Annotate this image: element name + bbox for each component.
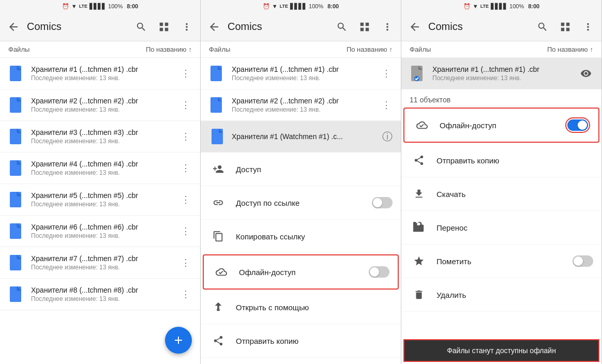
file-doc-icon <box>207 95 225 115</box>
file-list-1: Хранители #1 (...tchmen #1) .cbr Последн… <box>0 58 200 364</box>
sort-by-3[interactable]: По названию <box>547 46 588 53</box>
file-doc-icon <box>6 252 25 273</box>
selected-file-item[interactable]: Хранители #1 (...tchmen #1) .cbr Последн… <box>401 58 601 89</box>
file-doc-icon <box>6 95 25 115</box>
more-button[interactable]: ⋮ <box>177 65 194 82</box>
more-button[interactable]: ⋮ <box>378 97 395 113</box>
list-item[interactable]: Хранители #2 (...tchmen #2) .cbr Последн… <box>201 89 401 121</box>
more-button[interactable]: ⋮ <box>177 191 194 208</box>
sort-by-2[interactable]: По названию <box>347 46 387 53</box>
svg-rect-3 <box>10 160 21 176</box>
file-date: Последнее изменение: 13 янв. <box>31 138 177 145</box>
files-label-1: Файлы <box>8 46 146 53</box>
more-button-1[interactable] <box>177 18 196 36</box>
file-info: Хранители #5 (...tchmen #5) .cbr Последн… <box>31 191 177 208</box>
info-button[interactable]: ⓘ <box>382 130 393 144</box>
file-doc-icon <box>6 221 25 241</box>
list-item[interactable]: Хранители #8 (...tchmen #8) .cbr Последн… <box>0 279 200 310</box>
action-item-delete[interactable]: Удалить <box>401 278 601 312</box>
offline-toggle-on[interactable] <box>567 119 588 131</box>
menu-label-link-access: Доступ по ссылке <box>236 199 372 207</box>
back-button-2[interactable] <box>205 18 223 36</box>
files-label-3: Файлы <box>410 46 547 53</box>
menu-item-open-with[interactable]: Открыть с помощью <box>201 291 401 324</box>
more-button[interactable]: ⋮ <box>177 160 194 176</box>
action-label-offline: Офлайн-доступ <box>440 121 565 130</box>
status-time-1: 8:00 <box>127 3 138 9</box>
search-button-1[interactable] <box>132 18 151 36</box>
star-icon <box>410 252 428 270</box>
more-button-3[interactable] <box>579 18 597 36</box>
offline-check-icon <box>413 116 431 134</box>
share-icon <box>209 331 228 350</box>
menu-item-download-2[interactable]: Скачать <box>201 358 401 364</box>
file-info: Хранители #1 (...tchmen #1) .cbr Последн… <box>232 65 378 82</box>
offline-toggle-on-wrapper <box>565 117 590 133</box>
list-item[interactable]: Хранители #5 (...tchmen #5) .cbr Последн… <box>0 184 200 216</box>
status-battery-2: 100% <box>309 3 323 9</box>
back-button-3[interactable] <box>405 18 424 36</box>
more-button[interactable]: ⋮ <box>378 65 395 82</box>
action-item-download[interactable]: Скачать <box>401 177 601 211</box>
snackbar-wrapper: Файлы станут доступны офлайн <box>403 339 599 362</box>
search-button-2[interactable] <box>333 18 351 36</box>
grid-button-3[interactable] <box>556 18 575 36</box>
action-item-star[interactable]: Пометить <box>401 245 601 278</box>
file-date: Последнее изменение: 13 янв. <box>31 264 177 271</box>
menu-item-link-access[interactable]: Доступ по ссылке <box>201 186 401 220</box>
file-date: Последнее изменение: 13 янв. <box>31 74 177 82</box>
star-toggle[interactable] <box>573 255 593 267</box>
menu-item-offline[interactable]: Офлайн-доступ <box>204 255 398 289</box>
more-button[interactable]: ⋮ <box>177 286 194 302</box>
more-button[interactable]: ⋮ <box>177 223 194 239</box>
status-bar-3: ⏰ ▼ LTE ▋▋▋▋ 100% 8:00 <box>401 0 601 12</box>
selected-file-name: Хранители #1 (...tchmen #1) .cbr <box>432 65 577 73</box>
list-item[interactable]: Хранители #3 (...tchmen #3) .cbr Последн… <box>0 121 200 153</box>
sort-by-1[interactable]: По названию <box>146 46 187 53</box>
list-item[interactable]: Хранители #6 (...tchmen #6) .cbr Последн… <box>0 216 200 247</box>
list-item[interactable]: Хранители #1 (...tchmen #1) .cbr Последн… <box>201 58 401 89</box>
sort-arrow-3: ↑ <box>590 46 594 53</box>
search-button-3[interactable] <box>533 18 552 36</box>
status-wifi: ▼ <box>71 3 77 9</box>
menu-item-copy-link[interactable]: Копировать ссылку <box>201 220 401 253</box>
more-button[interactable]: ⋮ <box>177 254 194 271</box>
file-name: Хранители #4 (...tchmen #4) .cbr <box>31 160 177 168</box>
file-info: Хранители #2 (...tchmen #2) .cbr Последн… <box>31 97 177 113</box>
list-item[interactable]: Хранители #7 (...tchmen #7) .cbr Последн… <box>0 247 200 279</box>
link-access-toggle[interactable] <box>372 197 393 208</box>
action-item-move[interactable]: Перенос <box>401 211 601 245</box>
menu-label-copy-link: Копировать ссылку <box>236 232 393 241</box>
menu-item-access[interactable]: Доступ <box>201 153 401 186</box>
sort-arrow-2: ↑ <box>389 46 393 53</box>
offline-access-highlighted[interactable]: Офлайн-доступ <box>403 108 599 143</box>
eye-button[interactable] <box>577 64 595 83</box>
action-label-delete: Удалить <box>437 291 593 299</box>
more-button[interactable]: ⋮ <box>177 97 194 113</box>
selected-file-date: Последнее изменение: 13 янв. <box>432 74 577 82</box>
status-bar-2: ⏰ ▼ LTE ▋▋▋▋ 100% 8:00 <box>201 0 401 12</box>
more-button[interactable]: ⋮ <box>177 128 194 145</box>
file-list-2: Хранители #1 (...tchmen #1) .cbr Последн… <box>201 58 401 121</box>
menu-label-offline: Офлайн-доступ <box>239 268 369 277</box>
list-item[interactable]: Хранители #2 (...tchmen #2) .cbr Последн… <box>0 89 200 121</box>
offline-access-item[interactable]: Офлайн-доступ <box>203 254 399 290</box>
action-item-offline[interactable]: Офлайн-доступ <box>404 109 598 142</box>
back-button-1[interactable] <box>4 18 23 36</box>
panel-2: ⏰ ▼ LTE ▋▋▋▋ 100% 8:00 Comics Файлы По н… <box>201 0 401 364</box>
status-signal: ▋▋▋▋ <box>290 3 307 10</box>
grid-button-2[interactable] <box>355 18 374 36</box>
list-item[interactable]: Хранители #1 (...tchmen #1) .cbr Последн… <box>0 58 200 89</box>
action-item-send-copy[interactable]: Отправить копию <box>401 144 601 177</box>
app-bar-3: Comics <box>401 12 601 41</box>
menu-item-send-copy[interactable]: Отправить копию <box>201 324 401 358</box>
file-doc-icon-gray <box>408 63 426 84</box>
grid-button-1[interactable] <box>155 18 173 36</box>
status-alarm: ⏰ <box>463 3 471 10</box>
file-date: Последнее изменение: 13 янв. <box>31 295 177 302</box>
svg-rect-7 <box>10 286 21 302</box>
offline-toggle-2[interactable] <box>369 266 389 278</box>
fab-button[interactable] <box>165 327 192 354</box>
list-item[interactable]: Хранители #4 (...tchmen #4) .cbr Последн… <box>0 153 200 184</box>
more-button-2[interactable] <box>378 18 397 36</box>
